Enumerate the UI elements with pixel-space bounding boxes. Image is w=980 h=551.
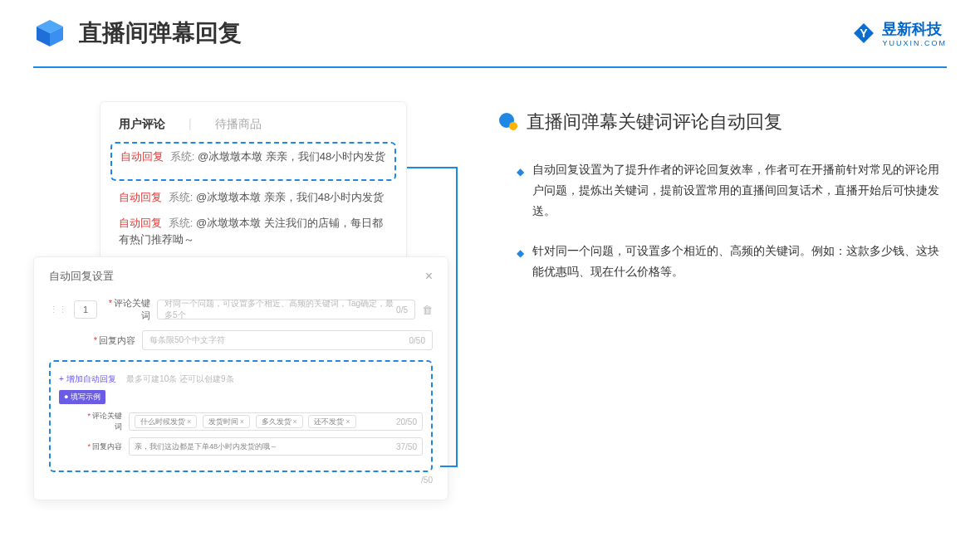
keyword-chip[interactable]: 发货时间× xyxy=(203,415,250,428)
diamond-icon: ◆ xyxy=(517,245,524,282)
comments-card: 用户评论 | 待播商品 自动回复 系统: @冰墩墩本墩 亲亲，我们48小时内发货… xyxy=(100,101,407,273)
counter-tail: /50 xyxy=(49,475,433,485)
rule-index: 1 xyxy=(74,300,97,319)
content-label: *回复内容 xyxy=(89,334,135,347)
keyword-chip[interactable]: 多久发货× xyxy=(256,415,303,428)
logo-text: 昱新科技 xyxy=(882,19,947,39)
close-icon[interactable]: × xyxy=(425,269,433,284)
settings-title: 自动回复设置 xyxy=(49,269,114,284)
page-title: 直播间弹幕回复 xyxy=(79,17,852,49)
tab-divider: | xyxy=(189,117,192,132)
delete-icon[interactable]: 🗑 xyxy=(422,304,433,316)
drag-handle-icon[interactable]: ⋮⋮ xyxy=(49,305,67,315)
keyword-chip[interactable]: 还不发货× xyxy=(308,415,355,428)
section-title: 直播间弹幕关键词评论自动回复 xyxy=(527,110,782,134)
tab-pending-goods[interactable]: 待播商品 xyxy=(215,117,262,132)
content-input[interactable]: 每条限50个中文字符0/50 xyxy=(142,330,433,350)
ex-content-input[interactable]: 亲，我们这边都是下单48小时内发货的哦～37/50 xyxy=(129,437,423,456)
keyword-chip[interactable]: 什么时候发货× xyxy=(135,415,197,428)
comment-row: 自动回复 系统: @冰墩墩本墩 亲亲，我们48小时内发货 xyxy=(120,149,386,166)
ex-keyword-input[interactable]: 什么时候发货× 发货时间× 多久发货× 还不发货× 20/50 xyxy=(129,412,423,431)
ex-keyword-label: *评论关键词 xyxy=(82,411,122,432)
settings-card: 自动回复设置 × ⋮⋮ 1 *评论关键词 对同一个问题，可设置多个相近、高频的关… xyxy=(33,256,448,500)
chat-bubble-icon xyxy=(498,112,518,132)
highlighted-comment: 自动回复 系统: @冰墩墩本墩 亲亲，我们48小时内发货 xyxy=(110,142,396,181)
tab-user-comments[interactable]: 用户评论 xyxy=(119,117,165,132)
svg-point-6 xyxy=(509,122,517,130)
example-badge: ● 填写示例 xyxy=(59,390,105,404)
brand-logo: Y 昱新科技 YUUXIN.COM xyxy=(852,19,947,47)
keyword-input[interactable]: 对同一个问题，可设置多个相近、高频的关键词，Tag确定，最多5个0/5 xyxy=(157,300,415,319)
bullet-item: ◆ 自动回复设置为了提升作者的评论回复效率，作者可在开播前针对常见的评论用户问题… xyxy=(498,159,947,222)
add-rule-link[interactable]: + 增加自动回复 xyxy=(59,374,116,383)
example-block: + 增加自动回复 最多可建10条 还可以创建9条 ● 填写示例 *评论关键词 什… xyxy=(49,360,433,472)
keyword-label: *评论关键词 xyxy=(104,297,150,322)
diamond-icon: ◆ xyxy=(517,163,524,222)
page-header: 直播间弹幕回复 Y 昱新科技 YUUXIN.COM xyxy=(0,0,980,58)
svg-text:Y: Y xyxy=(860,27,869,40)
ex-content-label: *回复内容 xyxy=(82,441,122,452)
tabs-row: 用户评论 | 待播商品 xyxy=(119,117,388,132)
header-cube-icon xyxy=(33,17,66,50)
add-hint: 最多可建10条 还可以创建9条 xyxy=(126,374,233,383)
logo-subtext: YUUXIN.COM xyxy=(882,39,947,47)
comment-row: 自动回复 系统: @冰墩墩本墩 亲亲，我们48小时内发货 xyxy=(119,189,388,207)
comment-row: 自动回复 系统: @冰墩墩本墩 关注我们的店铺，每日都有热门推荐呦～ xyxy=(119,215,388,250)
bullet-item: ◆ 针对同一个问题，可设置多个相近的、高频的关键词。例如：这款多少钱、这块能优惠… xyxy=(498,241,947,282)
